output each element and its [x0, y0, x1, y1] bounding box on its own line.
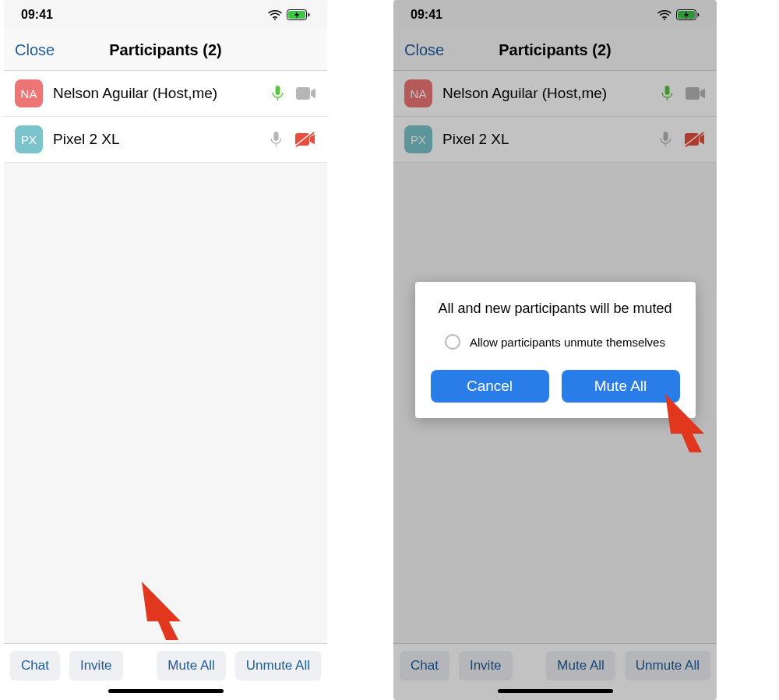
close-button[interactable]: Close — [15, 41, 55, 59]
chat-button[interactable]: Chat — [10, 651, 60, 681]
allow-unmute-label: Allow participants unmute themselves — [470, 336, 665, 349]
mute-all-dialog: All and new participants will be muted A… — [415, 282, 696, 418]
mic-icon — [270, 131, 282, 148]
participant-list: NA Nelson Aguilar (Host,me) PX Pixel 2 X… — [4, 71, 327, 163]
wifi-icon — [268, 10, 282, 20]
status-icons — [268, 9, 310, 20]
video-icon — [296, 87, 316, 100]
status-time: 09:41 — [21, 8, 53, 22]
avatar: NA — [15, 79, 43, 107]
video-off-icon — [294, 132, 316, 147]
participant-name: Pixel 2 XL — [53, 131, 260, 148]
phone-screen-participants: 09:41 Close Participants (2) NA Nelson A… — [4, 0, 327, 700]
dialog-cancel-button[interactable]: Cancel — [431, 370, 549, 403]
phone-screen-mute-dialog: 09:41 Close Participants (2) NA Nelson A… — [393, 0, 717, 700]
mute-all-button[interactable]: Mute All — [157, 651, 225, 681]
status-bar: 09:41 — [4, 0, 327, 30]
nav-bar: Close Participants (2) — [4, 30, 327, 71]
battery-icon — [287, 9, 310, 20]
dialog-confirm-button[interactable]: Mute All — [562, 370, 680, 403]
mic-icon — [272, 85, 284, 102]
avatar: PX — [15, 125, 43, 153]
modal-overlay[interactable]: All and new participants will be muted A… — [393, 0, 717, 700]
svg-rect-2 — [296, 87, 310, 100]
invite-button[interactable]: Invite — [69, 651, 123, 681]
home-indicator — [108, 689, 224, 693]
participant-row[interactable]: NA Nelson Aguilar (Host,me) — [4, 71, 327, 117]
dialog-title: All and new participants will be muted — [431, 301, 680, 317]
participant-row[interactable]: PX Pixel 2 XL — [4, 117, 327, 163]
unmute-all-button[interactable]: Unmute All — [235, 651, 321, 681]
participant-name: Nelson Aguilar (Host,me) — [53, 85, 262, 102]
allow-unmute-checkbox[interactable] — [445, 334, 460, 350]
